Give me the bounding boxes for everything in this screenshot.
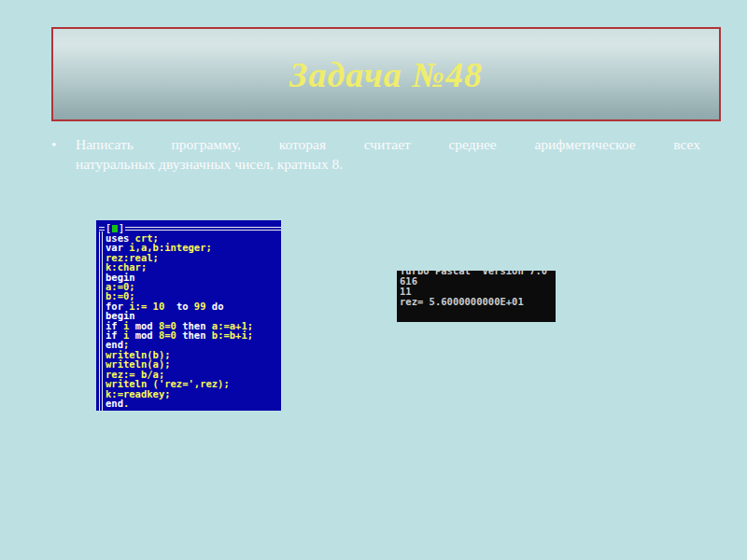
console-line: 616 [400, 276, 556, 287]
console-line: Turbo Pascal Version 7.0 [400, 271, 556, 276]
pascal-editor-screenshot: [ ] uses crt;var i,a,b:integer;rez:real;… [96, 220, 281, 411]
code-line: k:=readkey; [106, 389, 281, 399]
bracket-close: ] [118, 224, 125, 232]
page-title: Задача №48 [289, 54, 483, 95]
bullet-icon: • [51, 134, 76, 174]
console-text: Turbo Pascal Version 7.061611rez= 5.6000… [397, 271, 556, 307]
title-banner: Задача №48 [51, 27, 721, 121]
console-output-screenshot: Turbo Pascal Version 7.061611rez= 5.6000… [397, 271, 556, 322]
frame-line-right [125, 227, 281, 231]
bracket-open: [ [105, 224, 112, 232]
task-text-line2: натуральных двузначных чисел, кратных 8. [76, 154, 700, 174]
presentation-slide: { "slide": { "title": "Задача №48", "bul… [0, 0, 747, 560]
editor-titlebar: [ ] [96, 224, 281, 232]
code-line: if i mod 8=0 then b:=b+i; [106, 330, 281, 340]
task-description: • Написать программу, которая считает ср… [51, 134, 700, 174]
task-text-line1: Написать программу, которая считает сред… [76, 134, 700, 154]
editor-left-frame [99, 231, 103, 411]
task-description-text: Написать программу, которая считает сред… [76, 134, 700, 174]
code-line: end. [106, 399, 281, 408]
console-line: rez= 5.6000000000E+01 [400, 297, 556, 307]
pascal-code: uses crt;var i,a,b:integer;rez:real;k:ch… [96, 232, 281, 408]
editor-body: uses crt;var i,a,b:integer;rez:real;k:ch… [96, 232, 281, 411]
